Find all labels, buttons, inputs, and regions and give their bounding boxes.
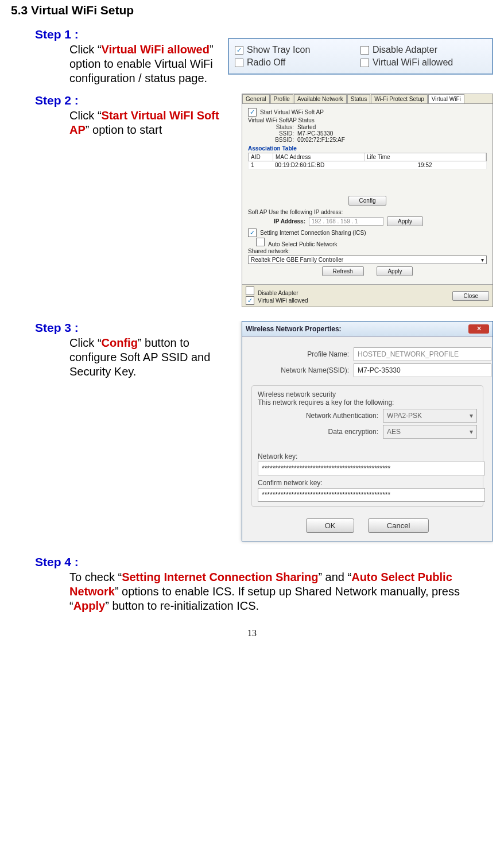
- wireless-properties-dialog: Wireless Network Properties: ✕ Profile N…: [242, 321, 493, 541]
- dialog-title: Wireless Network Properties:: [246, 325, 342, 333]
- shared-network-select[interactable]: Realtek PCIe GBE Family Controller▾: [248, 255, 487, 264]
- step4-label: Step 4 :: [35, 555, 493, 569]
- refresh-button[interactable]: Refresh: [322, 266, 364, 276]
- checkbox-icon: [360, 46, 369, 55]
- step3-text: Click “Config” button to configure Soft …: [69, 336, 230, 379]
- figure-step3: Wireless Network Properties: ✕ Profile N…: [242, 321, 493, 541]
- tab-profile[interactable]: Profile: [270, 94, 293, 103]
- highlight: Config: [102, 336, 138, 349]
- ok-button[interactable]: OK: [306, 518, 355, 533]
- step2-text: Click “Start Virtual WiFI Soft AP” optio…: [69, 109, 230, 137]
- confirm-key-input[interactable]: ****************************************…: [258, 488, 485, 502]
- checkbox-icon: [235, 59, 243, 67]
- virtual-wifi-allowed-option[interactable]: ✓Virtual WiFi allowed: [246, 296, 308, 305]
- network-key-input[interactable]: ****************************************…: [258, 462, 485, 475]
- tray-options-panel: ✓Show Tray Icon Disable Adapter Radio Of…: [228, 38, 493, 75]
- disable-adapter-option[interactable]: Disable Adapter: [360, 44, 486, 56]
- step1-text: Click “Virtual WiFi allowed” option to e…: [69, 42, 230, 86]
- tab-available-network[interactable]: Available Network: [294, 94, 347, 103]
- checkbox-icon: [246, 286, 254, 295]
- cancel-button[interactable]: Cancel: [368, 518, 429, 533]
- figure-step2: General Profile Available Network Status…: [242, 94, 493, 307]
- tab-general[interactable]: General: [242, 94, 270, 103]
- bssid-value: 00:02:72:F1:25:AF: [297, 137, 345, 143]
- page-number: 13: [11, 628, 493, 638]
- virtual-wifi-panel: General Profile Available Network Status…: [242, 94, 493, 307]
- table-row[interactable]: 1 00:19:D2:60:1E:BD 19:52: [248, 161, 487, 169]
- checkbox-icon: ✓: [246, 296, 254, 305]
- highlight: Virtual WiFi allowed: [102, 43, 210, 56]
- apply-button[interactable]: Apply: [377, 266, 413, 276]
- show-tray-icon-option[interactable]: ✓Show Tray Icon: [235, 44, 360, 56]
- highlight: Setting Internet Connection Sharing: [122, 571, 318, 583]
- disable-adapter-option[interactable]: Disable Adapter: [246, 286, 308, 296]
- checkbox-icon: ✓: [248, 229, 257, 237]
- softap-status-heading: Virtual WiFi SoftAP Status: [248, 117, 487, 123]
- apply-ip-button[interactable]: Apply: [387, 216, 423, 226]
- table-header: AID MAC Address Life Time: [248, 153, 487, 161]
- step4-text: To check “Setting Internet Connection Sh…: [69, 570, 483, 613]
- tab-virtual-wifi[interactable]: Virtual WiFi: [428, 94, 464, 103]
- ics-option[interactable]: ✓Setting Internet Connection Sharing (IC…: [248, 229, 487, 237]
- encryption-select[interactable]: AES▾: [383, 425, 477, 439]
- config-button[interactable]: Config: [348, 196, 387, 206]
- auto-select-option[interactable]: Auto Select Public Network: [256, 238, 487, 247]
- shared-network-label: Shared network:: [248, 248, 487, 254]
- profile-name-input[interactable]: HOSTED_NETWORK_PROFILE: [354, 347, 491, 361]
- checkbox-icon: ✓: [235, 46, 243, 55]
- tab-wps[interactable]: Wi-Fi Protect Setup: [371, 94, 428, 103]
- tab-strip: General Profile Available Network Status…: [242, 94, 493, 104]
- start-softap-option[interactable]: ✓Start Virtual WiFi Soft AP: [248, 108, 487, 117]
- radio-off-option[interactable]: Radio Off: [235, 56, 360, 69]
- section-heading: 5.3 Virtual WiFi Setup: [11, 3, 493, 17]
- ip-helper-text: Soft AP Use the following IP address:: [248, 209, 487, 215]
- close-icon[interactable]: ✕: [468, 324, 489, 334]
- checkbox-icon: ✓: [248, 108, 257, 117]
- checkbox-icon: [256, 238, 265, 246]
- status-value: Started: [297, 124, 316, 130]
- security-subtitle: This network requires a key for the foll…: [258, 398, 477, 406]
- tab-status[interactable]: Status: [347, 94, 370, 103]
- ssid-value: M7-PC-35330: [297, 130, 333, 137]
- association-table-label: Association Table: [248, 145, 487, 152]
- highlight: Apply: [73, 599, 106, 612]
- security-title: Wireless network security: [258, 390, 477, 398]
- close-button[interactable]: Close: [452, 291, 489, 301]
- ip-input[interactable]: 192 . 168 . 159 . 1: [309, 217, 383, 226]
- ssid-input[interactable]: M7-PC-35330: [354, 363, 491, 377]
- auth-select[interactable]: WPA2-PSK▾: [383, 409, 477, 423]
- virtual-wifi-allowed-option[interactable]: Virtual WiFi allowed: [360, 56, 486, 69]
- checkbox-icon: [360, 59, 369, 67]
- figure-step1: ✓Show Tray Icon Disable Adapter Radio Of…: [228, 28, 493, 75]
